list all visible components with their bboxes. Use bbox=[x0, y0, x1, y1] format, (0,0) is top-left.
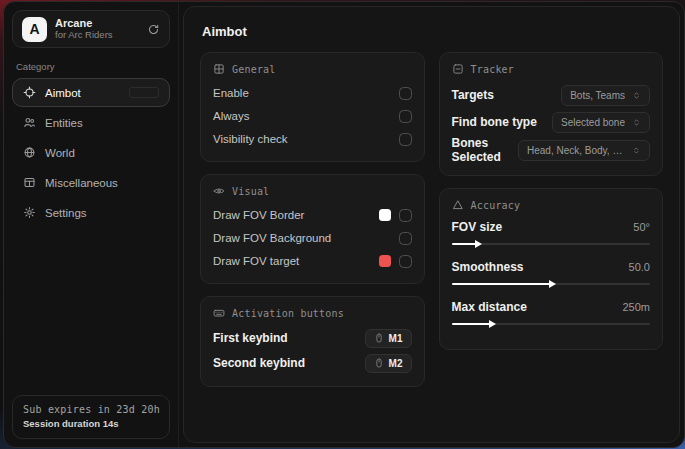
dropdown-row-bones-selected: Bones Selected Head, Neck, Body, Pe.. bbox=[452, 136, 651, 164]
targets-dropdown[interactable]: Bots, Teams bbox=[561, 85, 650, 106]
find-bone-type-dropdown[interactable]: Selected bone bbox=[552, 112, 650, 133]
fov-size-slider[interactable] bbox=[452, 239, 651, 249]
slider-thumb[interactable] bbox=[489, 320, 496, 328]
eye-icon bbox=[213, 185, 225, 197]
content-columns: General Enable Always Visibility check bbox=[200, 52, 663, 387]
toggle-row-fov-target: Draw FOV target bbox=[213, 250, 412, 272]
card-visual-header: Visual bbox=[213, 185, 412, 197]
fov-background-checkbox[interactable] bbox=[399, 232, 412, 245]
nav-keybind-slot[interactable] bbox=[129, 87, 159, 98]
keybind-row-second: Second keybind M2 bbox=[213, 351, 412, 375]
sidebar-item-label: World bbox=[45, 147, 75, 159]
card-accuracy-header: Accuracy bbox=[452, 199, 651, 211]
card-activation-header: Activation buttons bbox=[213, 307, 412, 319]
sidebar-item-label: Entities bbox=[45, 117, 83, 129]
sidebar-item-world[interactable]: World bbox=[12, 138, 170, 167]
toggle-label: Draw FOV target bbox=[213, 255, 299, 267]
slider-value: 50° bbox=[633, 221, 650, 233]
brand-name: Arcane bbox=[55, 17, 113, 30]
fov-target-color-swatch[interactable] bbox=[379, 255, 391, 267]
toggle-label: Enable bbox=[213, 87, 249, 99]
dropdown-row-find-bone-type: Find bone type Selected bone bbox=[452, 109, 651, 135]
card-title: Accuracy bbox=[471, 200, 521, 211]
brand-card: A Arcane for Arc Riders bbox=[12, 10, 170, 48]
card-general: General Enable Always Visibility check bbox=[200, 52, 425, 162]
sidebar-item-label: Settings bbox=[45, 207, 87, 219]
brand-text: Arcane for Arc Riders bbox=[55, 17, 113, 41]
visibility-check-checkbox[interactable] bbox=[399, 133, 412, 146]
card-title: General bbox=[232, 64, 276, 75]
sidebar-item-label: Aimbot bbox=[45, 87, 81, 99]
card-title: Activation buttons bbox=[232, 308, 344, 319]
left-column: General Enable Always Visibility check bbox=[200, 52, 425, 387]
sidebar-item-aimbot[interactable]: Aimbot bbox=[12, 78, 170, 107]
dropdown-label: Targets bbox=[452, 88, 494, 102]
sidebar-item-miscellaneous[interactable]: Miscellaneous bbox=[12, 168, 170, 197]
dropdown-row-targets: Targets Bots, Teams bbox=[452, 82, 651, 108]
fov-border-color-swatch[interactable] bbox=[379, 209, 391, 221]
scan-icon bbox=[452, 63, 464, 75]
slider-label: FOV size bbox=[452, 220, 503, 234]
slider-fill bbox=[452, 243, 478, 245]
card-general-header: General bbox=[213, 63, 412, 75]
grid-icon bbox=[213, 63, 225, 75]
sidebar-item-entities[interactable]: Entities bbox=[12, 108, 170, 137]
slider-row-smoothness: Smoothness 50.0 bbox=[452, 258, 651, 289]
dropdown-label: Bones Selected bbox=[452, 136, 519, 164]
keybind-label: Second keybind bbox=[213, 356, 305, 370]
second-keybind-button[interactable]: M2 bbox=[365, 354, 412, 373]
toggle-row-visibility-check: Visibility check bbox=[213, 128, 412, 150]
enable-checkbox[interactable] bbox=[399, 87, 412, 100]
card-title: Tracker bbox=[471, 64, 515, 75]
app-window: A Arcane for Arc Riders Category Aimbot … bbox=[3, 1, 685, 448]
layout-icon bbox=[23, 176, 36, 189]
fov-target-checkbox[interactable] bbox=[399, 255, 412, 268]
toggle-label: Always bbox=[213, 110, 249, 122]
toggle-row-always: Always bbox=[213, 105, 412, 127]
slider-thumb[interactable] bbox=[475, 240, 482, 248]
gear-icon bbox=[23, 206, 36, 219]
mouse-icon bbox=[374, 358, 384, 368]
dropdown-value: Bots, Teams bbox=[570, 90, 625, 101]
category-label: Category bbox=[16, 61, 166, 72]
card-tracker: Tracker Targets Bots, Teams Find bone ty… bbox=[439, 52, 664, 176]
unfold-icon bbox=[632, 146, 641, 155]
globe-icon bbox=[23, 146, 36, 159]
card-accuracy: Accuracy FOV size 50° bbox=[439, 188, 664, 350]
always-checkbox[interactable] bbox=[399, 110, 412, 123]
toggle-row-enable: Enable bbox=[213, 82, 412, 104]
brand-subtitle: for Arc Riders bbox=[55, 30, 113, 41]
unfold-icon bbox=[632, 118, 641, 127]
slider-value: 50.0 bbox=[629, 261, 650, 273]
mouse-icon bbox=[374, 333, 384, 343]
sidebar-item-settings[interactable]: Settings bbox=[12, 198, 170, 227]
card-activation-buttons: Activation buttons First keybind M1 Seco… bbox=[200, 296, 425, 387]
dropdown-label: Find bone type bbox=[452, 115, 537, 129]
dropdown-value: Head, Neck, Body, Pe.. bbox=[527, 145, 625, 156]
smoothness-slider[interactable] bbox=[452, 279, 651, 289]
keybind-row-first: First keybind M1 bbox=[213, 326, 412, 350]
keybind-label: First keybind bbox=[213, 331, 288, 345]
slider-thumb[interactable] bbox=[549, 280, 556, 288]
slider-fill bbox=[452, 323, 492, 325]
page-title: Aimbot bbox=[202, 24, 661, 39]
toggle-row-fov-background: Draw FOV Background bbox=[213, 227, 412, 249]
first-keybind-button[interactable]: M1 bbox=[365, 329, 412, 348]
sub-expiry-text: Sub expires in 23d 20h bbox=[23, 404, 159, 415]
bones-selected-dropdown[interactable]: Head, Neck, Body, Pe.. bbox=[518, 140, 650, 161]
slider-row-max-distance: Max distance 250m bbox=[452, 298, 651, 329]
triangle-icon bbox=[452, 199, 464, 211]
toggle-label: Draw FOV Background bbox=[213, 232, 331, 244]
fov-border-checkbox[interactable] bbox=[399, 209, 412, 222]
slider-label: Smoothness bbox=[452, 260, 524, 274]
slider-label: Max distance bbox=[452, 300, 527, 314]
unfold-icon bbox=[632, 91, 641, 100]
toggle-label: Visibility check bbox=[213, 133, 288, 145]
card-visual: Visual Draw FOV Border Draw FOV Backgrou… bbox=[200, 174, 425, 284]
toggle-row-fov-border: Draw FOV Border bbox=[213, 204, 412, 226]
sync-icon[interactable] bbox=[147, 23, 160, 36]
brand-logo: A bbox=[22, 17, 47, 42]
card-title: Visual bbox=[232, 186, 269, 197]
max-distance-slider[interactable] bbox=[452, 319, 651, 329]
sidebar-item-label: Miscellaneous bbox=[45, 177, 118, 189]
